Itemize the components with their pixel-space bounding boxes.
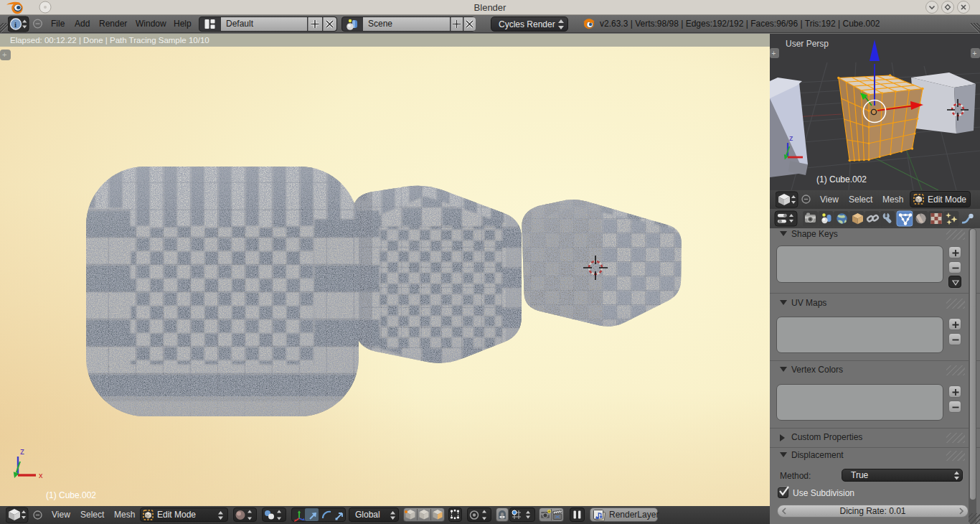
svg-text:+: +: [772, 50, 776, 57]
svg-text:(1) Cube.002: (1) Cube.002: [816, 174, 867, 184]
svg-text:+: +: [2, 50, 6, 59]
svg-text:+: +: [973, 50, 977, 57]
svg-text:z: z: [20, 446, 24, 457]
svg-text:i: i: [14, 20, 17, 29]
svg-text:User Persp: User Persp: [786, 39, 829, 49]
svg-text:x: x: [39, 471, 43, 479]
svg-text:z: z: [789, 134, 793, 142]
svg-text:(1) Cube.002: (1) Cube.002: [46, 490, 96, 500]
